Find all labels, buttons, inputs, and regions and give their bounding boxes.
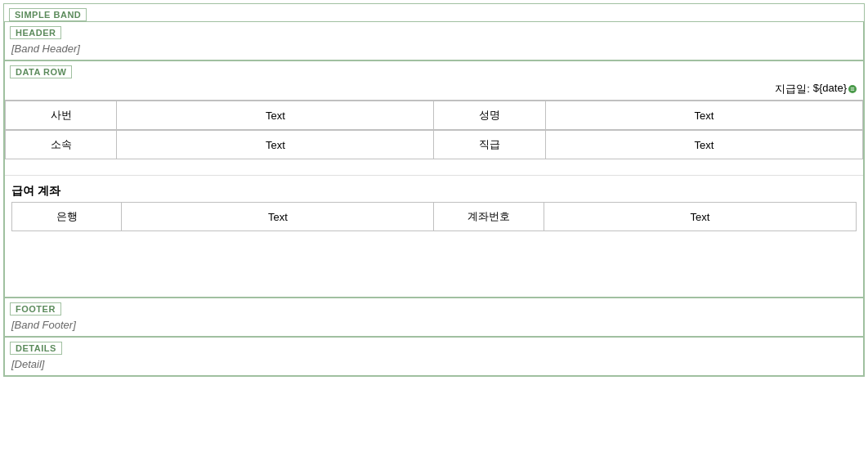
details-content: [Detail] — [5, 355, 863, 375]
department-value: Text — [117, 131, 434, 159]
simple-band-label: SIMPLE BAND — [9, 8, 87, 21]
footer-label: FOOTER — [10, 302, 61, 316]
employee-id-value: Text — [117, 101, 434, 130]
salary-account-section: 급여 계좌 은행 Text 계좌번호 Text — [5, 176, 863, 231]
position-value: Text — [545, 131, 862, 159]
details-label: DETAILS — [10, 342, 62, 355]
bank-value: Text — [122, 203, 434, 231]
position-label: 직급 — [434, 131, 545, 159]
date-value: ${date}≡ — [813, 82, 857, 96]
date-label: 지급일: — [775, 82, 810, 96]
salary-account-table: 은행 Text 계좌번호 Text — [11, 202, 857, 231]
department-label: 소속 — [6, 131, 117, 159]
footer-content: [Band Footer] — [5, 316, 863, 336]
account-number-label: 계좌번호 — [434, 203, 544, 231]
account-number-value: Text — [544, 203, 856, 231]
info-table-row1: 사번 Text 성명 Text — [5, 101, 863, 130]
data-row-label: DATA ROW — [10, 65, 72, 78]
name-value: Text — [545, 101, 862, 130]
header-label: HEADER — [10, 26, 61, 39]
header-content: [Band Header] — [5, 39, 863, 60]
date-icon: ≡ — [848, 85, 857, 93]
spacer — [5, 159, 863, 176]
info-table-row2: 소속 Text 직급 Text — [5, 130, 863, 159]
empty-space — [5, 231, 863, 297]
date-row: 지급일: ${date}≡ — [5, 78, 863, 101]
employee-id-label: 사번 — [6, 101, 117, 130]
salary-account-title: 급여 계좌 — [11, 179, 857, 202]
name-label: 성명 — [434, 101, 545, 130]
bank-label: 은행 — [12, 203, 122, 231]
